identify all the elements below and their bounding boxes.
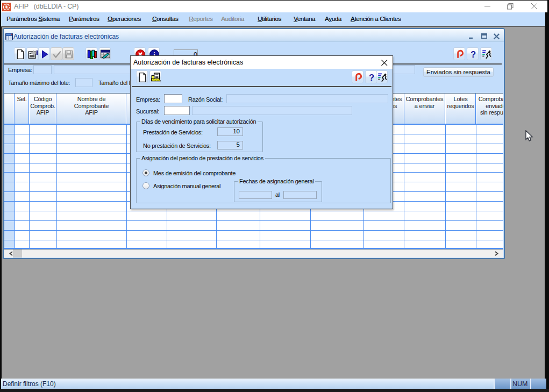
svg-text:?: ? — [470, 49, 476, 60]
svg-text:?: ? — [369, 73, 374, 83]
